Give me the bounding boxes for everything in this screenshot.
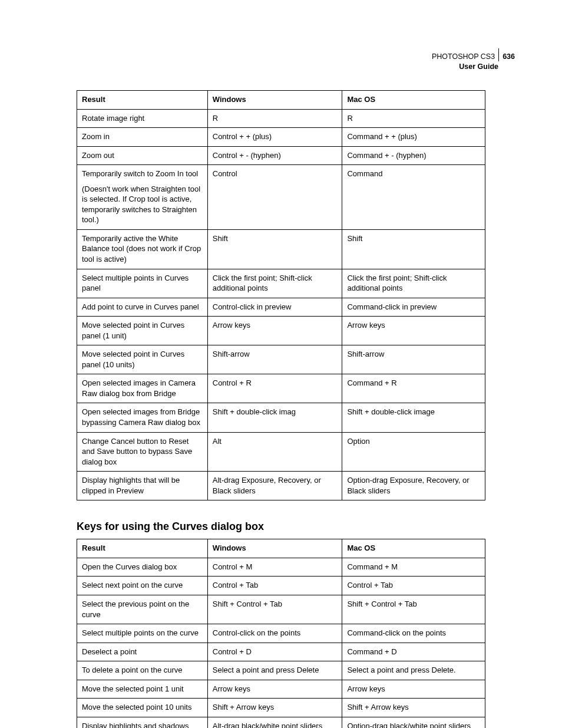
table-row: Deselect a pointControl + DCommand + D bbox=[77, 643, 485, 661]
cell-result: Display highlights and shadows that will… bbox=[77, 717, 208, 728]
cell-win: Control + D bbox=[207, 643, 342, 661]
cell-win: Control + R bbox=[207, 374, 342, 403]
cell-mac: Arrow keys bbox=[342, 680, 485, 699]
col-result: Result bbox=[77, 539, 208, 558]
cell-mac: Command-click in preview bbox=[342, 298, 485, 317]
header-separator bbox=[498, 48, 499, 61]
cell-win: Shift + double-click imag bbox=[207, 403, 342, 432]
cell-mac: Control + Tab bbox=[342, 577, 485, 595]
cell-win: Alt-drag black/white point sliders bbox=[207, 717, 342, 728]
cell-mac: Select a point and press Delete. bbox=[342, 661, 485, 680]
cell-mac: Click the first point; Shift-click addit… bbox=[342, 269, 485, 298]
table-row: Zoom outControl + - (hyphen)Command + - … bbox=[77, 146, 485, 165]
cell-win: Control + M bbox=[207, 558, 342, 577]
cell-result: Move the selected point 10 units bbox=[77, 699, 208, 717]
cell-mac: Command + D bbox=[342, 643, 485, 661]
table-row: Temporarily active the White Balance too… bbox=[77, 229, 485, 269]
cell-result: Open selected images from Bridge bypassi… bbox=[77, 403, 208, 432]
cell-win: Shift + Control + Tab bbox=[207, 595, 342, 624]
cell-result: Zoom out bbox=[77, 146, 208, 165]
col-mac: Mac OS bbox=[342, 91, 485, 110]
cell-result: Move selected point in Curves panel (1 u… bbox=[77, 317, 208, 345]
cell-win: Control + Tab bbox=[207, 577, 342, 595]
table-row: Rotate image rightRR bbox=[77, 109, 485, 128]
cell-win: Control + - (hyphen) bbox=[207, 146, 342, 165]
cell-result: Move the selected point 1 unit bbox=[77, 680, 208, 699]
page: PHOTOSHOP CS3 636 User Guide Result Wind… bbox=[0, 0, 562, 728]
cell-result: Deselect a point bbox=[77, 643, 208, 661]
cell-result: Change Cancel button to Reset and Save b… bbox=[77, 432, 208, 472]
cell-win: Click the first point; Shift-click addit… bbox=[207, 269, 342, 298]
cell-win: R bbox=[207, 109, 342, 128]
table-row: Open selected images in Camera Raw dialo… bbox=[77, 374, 485, 403]
table-row: Display highlights that will be clipped … bbox=[77, 472, 485, 500]
table-row: Open selected images from Bridge bypassi… bbox=[77, 403, 485, 432]
section-heading-curves: Keys for using the Curves dialog box bbox=[77, 521, 485, 533]
col-windows: Windows bbox=[207, 91, 342, 110]
cell-result: Add point to curve in Curves panel bbox=[77, 298, 208, 317]
cell-win: Arrow keys bbox=[207, 317, 342, 345]
table-row: To delete a point on the curveSelect a p… bbox=[77, 661, 485, 680]
cell-mac: Shift + double-click image bbox=[342, 403, 485, 432]
cell-mac: Shift-arrow bbox=[342, 345, 485, 374]
cell-mac: Command-click on the points bbox=[342, 624, 485, 643]
table-header-row: Result Windows Mac OS bbox=[77, 539, 485, 558]
cell-result: Select multiple points on the curve bbox=[77, 624, 208, 643]
cell-mac: Command + + (plus) bbox=[342, 128, 485, 147]
table-row: Select multiple points in Curves panelCl… bbox=[77, 269, 485, 298]
table-row: Move the selected point 1 unitArrow keys… bbox=[77, 680, 485, 699]
table-row: Move selected point in Curves panel (10 … bbox=[77, 345, 485, 374]
running-header: PHOTOSHOP CS3 636 User Guide bbox=[432, 46, 515, 72]
cell-mac: Option bbox=[342, 432, 485, 472]
cell-mac: Command bbox=[342, 165, 485, 230]
table-row: Move the selected point 10 unitsShift + … bbox=[77, 699, 485, 717]
cell-win: Control + + (plus) bbox=[207, 128, 342, 147]
cell-result: To delete a point on the curve bbox=[77, 661, 208, 680]
cell-result: Move selected point in Curves panel (10 … bbox=[77, 345, 208, 374]
cell-result: Zoom in bbox=[77, 128, 208, 147]
cell-result: Temporarily switch to Zoom In tool(Doesn… bbox=[77, 165, 208, 230]
shortcuts-table-2: Result Windows Mac OS Open the Curves di… bbox=[77, 539, 485, 728]
cell-win: Alt bbox=[207, 432, 342, 472]
cell-mac: Shift + Arrow keys bbox=[342, 699, 485, 717]
table-row: Add point to curve in Curves panelContro… bbox=[77, 298, 485, 317]
cell-result: Temporarily active the White Balance too… bbox=[77, 229, 208, 269]
cell-mac: Shift + Control + Tab bbox=[342, 595, 485, 624]
table-row: Select multiple points on the curveContr… bbox=[77, 624, 485, 643]
page-number: 636 bbox=[503, 52, 515, 62]
table-row: Open the Curves dialog boxControl + MCom… bbox=[77, 558, 485, 577]
table-row: Select the previous point on the curveSh… bbox=[77, 595, 485, 624]
col-result: Result bbox=[77, 91, 208, 110]
cell-mac: Command + M bbox=[342, 558, 485, 577]
col-windows: Windows bbox=[207, 539, 342, 558]
table-row: Temporarily switch to Zoom In tool(Doesn… bbox=[77, 165, 485, 230]
col-mac: Mac OS bbox=[342, 539, 485, 558]
table-row: Change Cancel button to Reset and Save b… bbox=[77, 432, 485, 472]
cell-win: Control bbox=[207, 165, 342, 230]
cell-mac: Option-drag black/white point sliders bbox=[342, 717, 485, 728]
cell-win: Arrow keys bbox=[207, 680, 342, 699]
cell-win: Shift + Arrow keys bbox=[207, 699, 342, 717]
cell-result: Select multiple points in Curves panel bbox=[77, 269, 208, 298]
product-name: PHOTOSHOP CS3 bbox=[432, 52, 495, 62]
cell-mac: Shift bbox=[342, 229, 485, 269]
cell-mac: Option-drag Exposure, Recovery, or Black… bbox=[342, 472, 485, 500]
shortcuts-table-1: Result Windows Mac OS Rotate image right… bbox=[77, 90, 485, 500]
cell-result: Open selected images in Camera Raw dialo… bbox=[77, 374, 208, 403]
cell-mac: R bbox=[342, 109, 485, 128]
cell-win: Control-click in preview bbox=[207, 298, 342, 317]
cell-result: Display highlights that will be clipped … bbox=[77, 472, 208, 500]
cell-result: Open the Curves dialog box bbox=[77, 558, 208, 577]
cell-win: Control-click on the points bbox=[207, 624, 342, 643]
table-header-row: Result Windows Mac OS bbox=[77, 91, 485, 110]
table-row: Move selected point in Curves panel (1 u… bbox=[77, 317, 485, 345]
cell-mac: Command + - (hyphen) bbox=[342, 146, 485, 165]
cell-win: Select a point and press Delete bbox=[207, 661, 342, 680]
cell-win: Shift bbox=[207, 229, 342, 269]
guide-label: User Guide bbox=[432, 62, 515, 72]
cell-result: Select next point on the curve bbox=[77, 577, 208, 595]
cell-mac: Command + R bbox=[342, 374, 485, 403]
table-row: Zoom inControl + + (plus)Command + + (pl… bbox=[77, 128, 485, 147]
page-content: Result Windows Mac OS Rotate image right… bbox=[77, 90, 485, 728]
cell-result: Select the previous point on the curve bbox=[77, 595, 208, 624]
